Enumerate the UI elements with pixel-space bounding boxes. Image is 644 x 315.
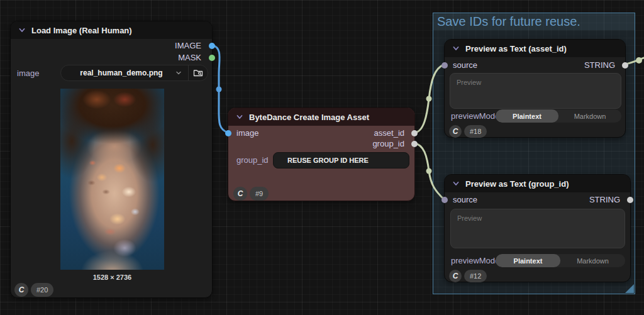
preview-textarea[interactable] [450, 73, 621, 109]
plaintext-button[interactable]: Plaintext [496, 254, 560, 267]
image-preview [60, 89, 164, 270]
collapse-chevron-icon[interactable] [452, 180, 460, 187]
group-titlebar[interactable]: Save IDs for future reuse. [433, 13, 635, 30]
comfy-logo-badge: C [449, 270, 462, 282]
node-graph-canvas[interactable]: Save IDs for future reuse. Load Image (R… [0, 0, 644, 315]
node-preview-asset-id-header[interactable]: Preview as Text (asset_id) [445, 40, 625, 57]
output-port-group-id[interactable] [411, 141, 418, 147]
preview-mode-label: previewMode [451, 111, 499, 121]
node-id-badge: #20 [31, 283, 53, 297]
input-label-image: image [236, 128, 258, 138]
node-load-image[interactable]: Load Image (Real Human) IMAGE MASK image… [10, 21, 213, 298]
output-label-mask: MASK [178, 53, 201, 62]
collapse-chevron-icon[interactable] [452, 45, 460, 52]
output-label-string: STRING [584, 60, 615, 70]
input-label-source: source [453, 195, 477, 204]
output-label-image: IMAGE [175, 41, 201, 50]
group-id-input[interactable] [273, 152, 409, 169]
wire-midpoint-dot[interactable] [216, 87, 222, 92]
image-widget-label: image [17, 69, 39, 78]
input-port-source[interactable] [441, 197, 448, 203]
output-label-string: STRING [589, 195, 620, 204]
preview-mode-label: previewMode [451, 256, 499, 265]
group-title: Save IDs for future reuse. [437, 14, 580, 29]
input-port-image[interactable] [225, 130, 231, 136]
node-title: Preview as Text (asset_id) [465, 44, 567, 53]
comfy-logo-icon: C [453, 272, 458, 280]
wire-midpoint-dot[interactable] [426, 169, 432, 174]
comfy-logo-badge: C [233, 187, 247, 201]
preview-textarea[interactable] [450, 209, 625, 248]
preview-mode-toggle[interactable]: Plaintext Markdown [496, 109, 621, 123]
comfy-logo-icon: C [238, 189, 243, 198]
node-preview-asset-id[interactable]: Preview as Text (asset_id) source STRING… [444, 39, 626, 138]
node-title: Load Image (Real Human) [31, 26, 132, 35]
input-label-source: source [453, 60, 477, 70]
node-preview-group-id[interactable]: Preview as Text (group_id) source STRING… [444, 174, 631, 282]
output-label-asset-id: asset_id [374, 128, 404, 138]
wire-endpoint-dot[interactable] [636, 57, 642, 64]
output-port-string[interactable] [627, 197, 633, 203]
plaintext-button[interactable]: Plaintext [496, 109, 558, 123]
comfy-logo-icon: C [19, 285, 25, 294]
folder-search-icon [193, 69, 203, 77]
output-port-string[interactable] [622, 62, 628, 69]
image-filename-value: real_human_demo.png [71, 69, 172, 77]
preview-mode-toggle[interactable]: Plaintext Markdown [496, 254, 625, 267]
group-resize-handle[interactable] [625, 284, 634, 293]
wire-midpoint-dot[interactable] [426, 96, 432, 102]
node-id-badge: #9 [250, 187, 269, 201]
node-title: Preview as Text (group_id) [465, 179, 569, 189]
node-id-badge: #12 [464, 270, 487, 282]
comfy-logo-badge: C [449, 125, 462, 138]
comfy-logo-badge: C [14, 283, 28, 297]
open-image-button[interactable] [189, 65, 208, 80]
output-port-mask[interactable] [209, 55, 215, 61]
group-id-widget-label: group_id [236, 155, 269, 165]
node-title: ByteDance Create Image Asset [249, 113, 369, 122]
output-label-group-id: group_id [372, 139, 404, 148]
node-create-image-asset-header[interactable]: ByteDance Create Image Asset [228, 108, 414, 126]
collapse-chevron-icon[interactable] [18, 26, 26, 34]
markdown-button[interactable]: Markdown [560, 254, 625, 267]
collapse-chevron-icon[interactable] [236, 113, 243, 121]
node-preview-group-id-header[interactable]: Preview as Text (group_id) [445, 175, 630, 192]
node-create-image-asset[interactable]: ByteDance Create Image Asset image asset… [228, 108, 415, 201]
image-dimensions: 1528 × 2736 [60, 274, 164, 281]
output-port-image[interactable] [209, 43, 215, 49]
comfy-logo-icon: C [453, 127, 458, 136]
image-filename-combo[interactable]: real_human_demo.png [60, 65, 208, 81]
input-port-source[interactable] [441, 62, 448, 69]
output-port-asset-id[interactable] [411, 130, 418, 136]
node-id-badge: #18 [464, 125, 487, 138]
markdown-button[interactable]: Markdown [558, 109, 621, 123]
node-load-image-header[interactable]: Load Image (Real Human) [11, 21, 212, 39]
combo-value-area[interactable]: real_human_demo.png [61, 65, 188, 80]
chevron-down-icon [175, 70, 182, 76]
